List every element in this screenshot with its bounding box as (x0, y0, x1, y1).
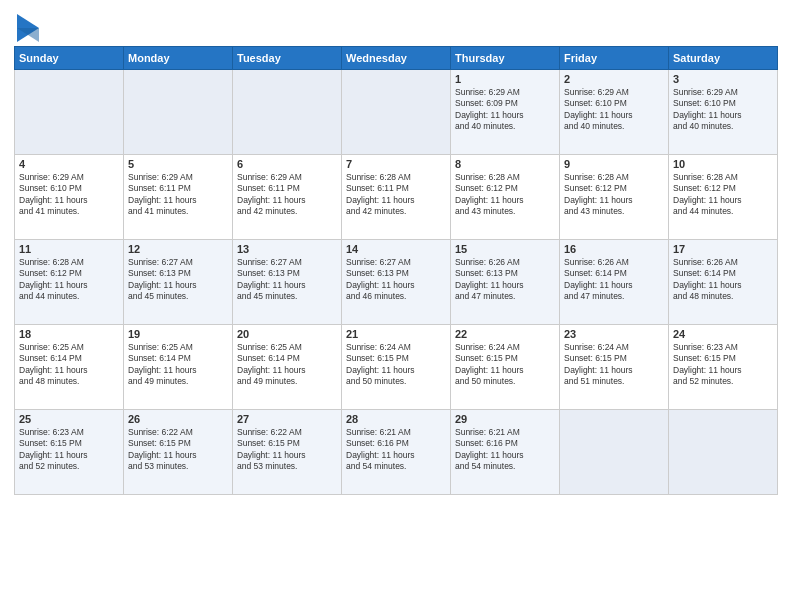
day-info: Sunrise: 6:29 AMSunset: 6:10 PMDaylight:… (564, 87, 664, 133)
calendar-cell: 26Sunrise: 6:22 AMSunset: 6:15 PMDayligh… (124, 410, 233, 495)
day-number: 24 (673, 328, 773, 340)
calendar-cell: 8Sunrise: 6:28 AMSunset: 6:12 PMDaylight… (451, 155, 560, 240)
day-info: Sunrise: 6:28 AMSunset: 6:12 PMDaylight:… (19, 257, 119, 303)
day-number: 16 (564, 243, 664, 255)
day-number: 29 (455, 413, 555, 425)
calendar-cell: 11Sunrise: 6:28 AMSunset: 6:12 PMDayligh… (15, 240, 124, 325)
day-number: 20 (237, 328, 337, 340)
calendar-header-sunday: Sunday (15, 47, 124, 70)
day-number: 2 (564, 73, 664, 85)
day-number: 14 (346, 243, 446, 255)
calendar-cell: 7Sunrise: 6:28 AMSunset: 6:11 PMDaylight… (342, 155, 451, 240)
calendar-cell: 15Sunrise: 6:26 AMSunset: 6:13 PMDayligh… (451, 240, 560, 325)
day-number: 18 (19, 328, 119, 340)
day-info: Sunrise: 6:22 AMSunset: 6:15 PMDaylight:… (128, 427, 228, 473)
calendar: SundayMondayTuesdayWednesdayThursdayFrid… (14, 46, 778, 495)
calendar-header-monday: Monday (124, 47, 233, 70)
day-info: Sunrise: 6:23 AMSunset: 6:15 PMDaylight:… (673, 342, 773, 388)
day-number: 17 (673, 243, 773, 255)
header (14, 10, 778, 42)
day-info: Sunrise: 6:29 AMSunset: 6:11 PMDaylight:… (128, 172, 228, 218)
calendar-cell: 14Sunrise: 6:27 AMSunset: 6:13 PMDayligh… (342, 240, 451, 325)
calendar-header-row: SundayMondayTuesdayWednesdayThursdayFrid… (15, 47, 778, 70)
calendar-header-thursday: Thursday (451, 47, 560, 70)
day-number: 15 (455, 243, 555, 255)
calendar-header-saturday: Saturday (669, 47, 778, 70)
day-info: Sunrise: 6:27 AMSunset: 6:13 PMDaylight:… (237, 257, 337, 303)
calendar-cell: 2Sunrise: 6:29 AMSunset: 6:10 PMDaylight… (560, 70, 669, 155)
day-number: 23 (564, 328, 664, 340)
calendar-week-row: 1Sunrise: 6:29 AMSunset: 6:09 PMDaylight… (15, 70, 778, 155)
day-info: Sunrise: 6:24 AMSunset: 6:15 PMDaylight:… (346, 342, 446, 388)
calendar-cell: 12Sunrise: 6:27 AMSunset: 6:13 PMDayligh… (124, 240, 233, 325)
day-info: Sunrise: 6:24 AMSunset: 6:15 PMDaylight:… (455, 342, 555, 388)
calendar-header-tuesday: Tuesday (233, 47, 342, 70)
day-info: Sunrise: 6:28 AMSunset: 6:12 PMDaylight:… (564, 172, 664, 218)
calendar-week-row: 4Sunrise: 6:29 AMSunset: 6:10 PMDaylight… (15, 155, 778, 240)
day-info: Sunrise: 6:29 AMSunset: 6:10 PMDaylight:… (673, 87, 773, 133)
calendar-cell: 24Sunrise: 6:23 AMSunset: 6:15 PMDayligh… (669, 325, 778, 410)
calendar-cell: 27Sunrise: 6:22 AMSunset: 6:15 PMDayligh… (233, 410, 342, 495)
calendar-week-row: 11Sunrise: 6:28 AMSunset: 6:12 PMDayligh… (15, 240, 778, 325)
calendar-cell (233, 70, 342, 155)
day-info: Sunrise: 6:26 AMSunset: 6:14 PMDaylight:… (564, 257, 664, 303)
day-info: Sunrise: 6:27 AMSunset: 6:13 PMDaylight:… (128, 257, 228, 303)
calendar-cell (124, 70, 233, 155)
day-number: 25 (19, 413, 119, 425)
calendar-cell: 9Sunrise: 6:28 AMSunset: 6:12 PMDaylight… (560, 155, 669, 240)
day-info: Sunrise: 6:29 AMSunset: 6:10 PMDaylight:… (19, 172, 119, 218)
calendar-cell: 4Sunrise: 6:29 AMSunset: 6:10 PMDaylight… (15, 155, 124, 240)
calendar-cell: 3Sunrise: 6:29 AMSunset: 6:10 PMDaylight… (669, 70, 778, 155)
calendar-header-friday: Friday (560, 47, 669, 70)
calendar-cell (560, 410, 669, 495)
day-info: Sunrise: 6:27 AMSunset: 6:13 PMDaylight:… (346, 257, 446, 303)
day-info: Sunrise: 6:21 AMSunset: 6:16 PMDaylight:… (346, 427, 446, 473)
day-number: 7 (346, 158, 446, 170)
calendar-cell (15, 70, 124, 155)
day-number: 27 (237, 413, 337, 425)
day-number: 12 (128, 243, 228, 255)
day-number: 10 (673, 158, 773, 170)
calendar-cell: 13Sunrise: 6:27 AMSunset: 6:13 PMDayligh… (233, 240, 342, 325)
day-info: Sunrise: 6:25 AMSunset: 6:14 PMDaylight:… (237, 342, 337, 388)
day-info: Sunrise: 6:22 AMSunset: 6:15 PMDaylight:… (237, 427, 337, 473)
calendar-week-row: 18Sunrise: 6:25 AMSunset: 6:14 PMDayligh… (15, 325, 778, 410)
calendar-cell: 1Sunrise: 6:29 AMSunset: 6:09 PMDaylight… (451, 70, 560, 155)
calendar-cell (342, 70, 451, 155)
day-number: 13 (237, 243, 337, 255)
logo-icon (17, 14, 39, 42)
day-number: 4 (19, 158, 119, 170)
calendar-cell: 10Sunrise: 6:28 AMSunset: 6:12 PMDayligh… (669, 155, 778, 240)
day-number: 11 (19, 243, 119, 255)
day-number: 6 (237, 158, 337, 170)
day-number: 22 (455, 328, 555, 340)
calendar-cell: 19Sunrise: 6:25 AMSunset: 6:14 PMDayligh… (124, 325, 233, 410)
day-info: Sunrise: 6:28 AMSunset: 6:12 PMDaylight:… (455, 172, 555, 218)
day-info: Sunrise: 6:23 AMSunset: 6:15 PMDaylight:… (19, 427, 119, 473)
day-info: Sunrise: 6:21 AMSunset: 6:16 PMDaylight:… (455, 427, 555, 473)
day-number: 19 (128, 328, 228, 340)
day-number: 3 (673, 73, 773, 85)
day-info: Sunrise: 6:25 AMSunset: 6:14 PMDaylight:… (128, 342, 228, 388)
calendar-week-row: 25Sunrise: 6:23 AMSunset: 6:15 PMDayligh… (15, 410, 778, 495)
day-info: Sunrise: 6:29 AMSunset: 6:09 PMDaylight:… (455, 87, 555, 133)
calendar-cell: 5Sunrise: 6:29 AMSunset: 6:11 PMDaylight… (124, 155, 233, 240)
day-number: 9 (564, 158, 664, 170)
day-info: Sunrise: 6:29 AMSunset: 6:11 PMDaylight:… (237, 172, 337, 218)
calendar-cell: 23Sunrise: 6:24 AMSunset: 6:15 PMDayligh… (560, 325, 669, 410)
calendar-cell: 16Sunrise: 6:26 AMSunset: 6:14 PMDayligh… (560, 240, 669, 325)
calendar-cell: 29Sunrise: 6:21 AMSunset: 6:16 PMDayligh… (451, 410, 560, 495)
calendar-header-wednesday: Wednesday (342, 47, 451, 70)
day-info: Sunrise: 6:28 AMSunset: 6:12 PMDaylight:… (673, 172, 773, 218)
day-number: 5 (128, 158, 228, 170)
calendar-cell: 17Sunrise: 6:26 AMSunset: 6:14 PMDayligh… (669, 240, 778, 325)
calendar-cell (669, 410, 778, 495)
calendar-cell: 28Sunrise: 6:21 AMSunset: 6:16 PMDayligh… (342, 410, 451, 495)
day-number: 8 (455, 158, 555, 170)
calendar-cell: 18Sunrise: 6:25 AMSunset: 6:14 PMDayligh… (15, 325, 124, 410)
day-number: 21 (346, 328, 446, 340)
day-info: Sunrise: 6:28 AMSunset: 6:11 PMDaylight:… (346, 172, 446, 218)
day-info: Sunrise: 6:24 AMSunset: 6:15 PMDaylight:… (564, 342, 664, 388)
day-number: 26 (128, 413, 228, 425)
day-info: Sunrise: 6:26 AMSunset: 6:14 PMDaylight:… (673, 257, 773, 303)
